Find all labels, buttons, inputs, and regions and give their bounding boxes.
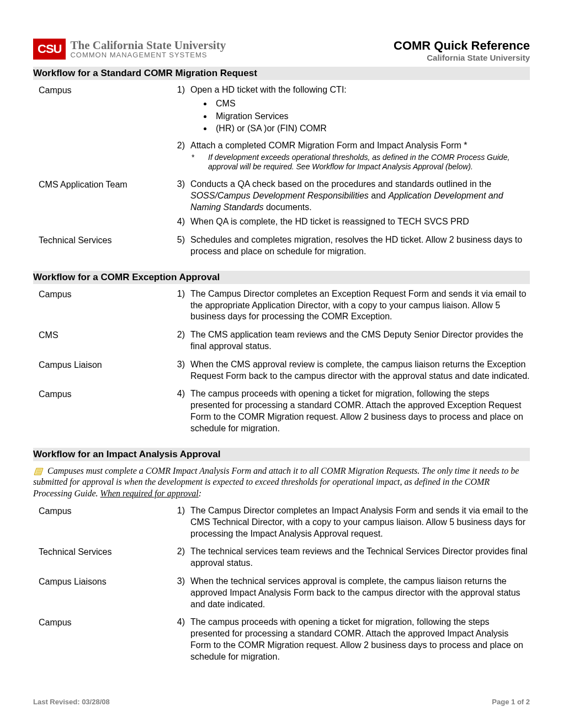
step-number: 1) [168,84,190,137]
footer-page: Page 1 of 2 [492,698,530,706]
actor-label: Campus [33,84,168,175]
step-number: 4) [168,617,190,662]
actor-label: Campus [33,388,168,437]
note-icon [33,467,44,476]
table-row: Campus 1) The Campus Director completes … [33,288,530,326]
footer-revised: Last Revised: 03/28/08 [33,698,110,706]
table-row: Campus Liaisons 3) When the technical se… [33,576,530,613]
logo-line-1: The California State University [70,39,226,51]
actor-label: Technical Services [33,234,168,261]
list-item: (HR) or (SA )or (FIN) COMR [213,123,530,135]
step-number: 1) [168,288,190,323]
footnote-text: If development exceeds operational thres… [208,153,530,172]
table-row: Technical Services 2) The technical serv… [33,546,530,572]
step-number: 2) [168,329,190,352]
step-text: When the CMS approval review is complete… [190,359,530,382]
section-heading-impact: Workflow for an Impact Analysis Approval [33,448,530,461]
step-text: The Campus Director completes an Impact … [190,505,530,539]
logo-line-2: COMMON MANAGEMENT SYSTEMS [70,51,226,59]
actor-label: Campus [33,617,168,666]
step-number: 2) [168,546,190,569]
step-number: 5) [168,234,190,258]
footer: Last Revised: 03/28/08 Page 1 of 2 [33,698,530,706]
table-row: CMS 2) The CMS application team reviews … [33,329,530,356]
table-row: CMS Application Team 3) Conducts a QA ch… [33,179,530,231]
footnote-mark: * [190,153,208,172]
step-text: The technical services team reviews and … [190,546,530,569]
table-row: Campus 1) Open a HD ticket with the foll… [33,84,530,175]
step-text: The campus proceeds with opening a ticke… [190,388,530,434]
step-text: When the technical services approval is … [190,576,530,610]
section-heading-standard: Workflow for a Standard COMR Migration R… [33,67,530,80]
table-row: Technical Services 5) Schedules and comp… [33,234,530,261]
actor-label: CMS [33,329,168,356]
doc-subtitle: California State University [394,53,530,62]
step-number: 4) [168,216,190,228]
actor-label: Campus Liaisons [33,576,168,613]
actor-label: Technical Services [33,546,168,572]
step-number: 3) [168,576,190,610]
step-text: Open a HD ticket with the following CTI: [190,85,347,94]
step-number: 3) [168,179,190,213]
step-number: 4) [168,388,190,434]
step-number: 1) [168,505,190,539]
actor-label: Campus [33,505,168,543]
section-heading-exception: Workflow for a COMR Exception Approval [33,271,530,284]
doc-title: COMR Quick Reference [394,39,530,53]
note-text: Campuses must complete a COMR Impact Ana… [33,465,530,500]
actor-label: Campus [33,288,168,326]
list-item: Migration Services [213,111,530,122]
step-text: The campus proceeds with opening a ticke… [190,617,530,662]
csu-logo-icon: CSU [33,39,66,60]
table-row: Campus 1) The Campus Director completes … [33,505,530,543]
step-text: Conducts a QA check based on the procedu… [190,179,530,213]
step-text: Attach a completed COMR Migration Form a… [190,141,468,150]
header: CSU The California State University COMM… [33,39,530,62]
step-text: The Campus Director completes an Excepti… [190,288,530,323]
step-text: Schedules and completes migration, resol… [190,234,530,258]
list-item: CMS [213,98,530,110]
step-number: 2) [168,140,190,172]
actor-label: Campus Liaison [33,359,168,386]
table-row: Campus 4) The campus proceeds with openi… [33,617,530,666]
logo-block: CSU The California State University COMM… [33,39,226,60]
table-row: Campus 4) The campus proceeds with openi… [33,388,530,437]
step-text: The CMS application team reviews and the… [190,329,530,352]
step-number: 3) [168,359,190,382]
actor-label: CMS Application Team [33,179,168,231]
step-text: When QA is complete, the HD ticket is re… [190,216,530,228]
table-row: Campus Liaison 3) When the CMS approval … [33,359,530,386]
